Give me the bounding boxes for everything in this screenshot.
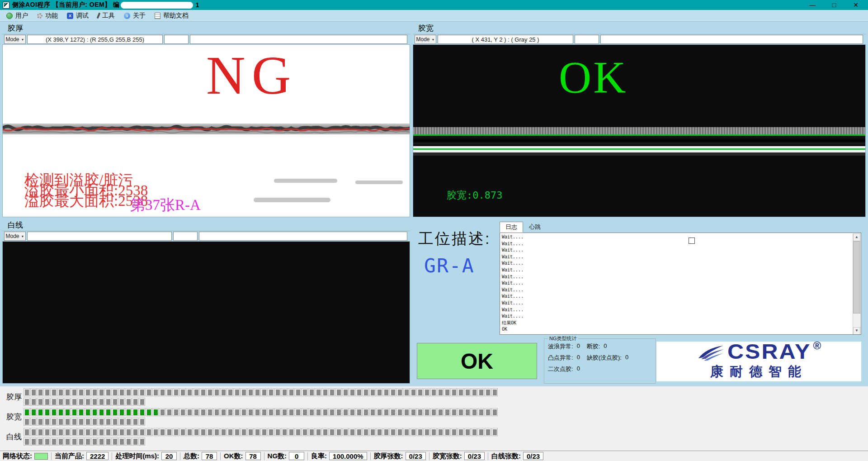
progress-cell xyxy=(71,428,77,436)
progress-cell xyxy=(44,388,50,396)
glue-edge-strip-image xyxy=(3,124,410,134)
menu-item-func[interactable]: 功能 xyxy=(34,10,64,21)
overall-result-button[interactable]: OK xyxy=(417,343,537,379)
progress-cell xyxy=(57,437,64,446)
log-list[interactable]: Wait....Wait....Wait....Wait....Wait....… xyxy=(500,233,861,335)
menu-item-user[interactable]: 用户 xyxy=(4,10,34,21)
glue-width-image[interactable]: OK 胶宽:0.873 xyxy=(413,44,866,217)
menu-item-debug[interactable]: X调试 xyxy=(64,10,95,21)
tools-icon xyxy=(97,13,101,19)
menu-item-tools[interactable]: 工具 xyxy=(95,10,121,21)
progress-cell xyxy=(315,428,321,436)
progress-cell xyxy=(335,428,342,436)
progress-cell xyxy=(179,408,186,416)
status-separator xyxy=(488,452,488,460)
menu-item-helpdoc[interactable]: 帮助文档 xyxy=(152,10,195,21)
log-checkbox[interactable] xyxy=(689,238,695,244)
defect-text-overlay: 检测到溢胶/脏污 溢胶最小面积:2538 溢胶最大面积:2538 xyxy=(24,175,148,206)
progress-cell xyxy=(390,428,396,436)
progress-cell xyxy=(132,428,138,436)
progress-cell xyxy=(213,408,220,416)
progress-cell xyxy=(57,418,64,426)
ng-stat-label: 缺胶(没点胶): xyxy=(587,354,622,362)
progress-cell xyxy=(179,428,186,436)
log-tab-心跳[interactable]: 心跳 xyxy=(523,222,547,233)
status-label: 总数: xyxy=(184,452,199,461)
progress-cell xyxy=(30,388,37,396)
progress-cell xyxy=(105,437,111,446)
progress-cell xyxy=(220,388,226,396)
progress-cell xyxy=(349,408,355,416)
progress-cell xyxy=(207,428,213,436)
status-label: 当前产品: xyxy=(55,452,84,461)
progress-cell xyxy=(247,428,254,436)
progress-cell xyxy=(193,388,199,396)
progress-cell xyxy=(173,388,179,396)
progress-cell-filled xyxy=(146,408,152,416)
progress-cell xyxy=(78,428,84,436)
progress-cell xyxy=(396,388,403,396)
progress-cell-filled xyxy=(132,408,138,416)
maximize-button[interactable]: □ xyxy=(830,1,838,9)
progress-cell xyxy=(78,398,84,406)
progress-cell xyxy=(51,428,57,436)
progress-cell xyxy=(24,437,30,446)
progress-cell xyxy=(152,388,159,396)
progress-cell xyxy=(132,437,138,446)
progress-cell xyxy=(234,408,240,416)
glue-band-texture xyxy=(413,127,865,134)
progress-cell-filled xyxy=(57,408,64,416)
progress-cell xyxy=(329,388,335,396)
glue-edge-trace-bottom xyxy=(413,148,865,150)
progress-cell xyxy=(356,388,362,396)
progress-cell xyxy=(410,428,416,436)
progress-cell xyxy=(451,388,457,396)
progress-cell xyxy=(451,408,457,416)
progress-cell-filled xyxy=(44,408,50,416)
glue-width-mode-dropdown[interactable]: Mode ▼ xyxy=(415,35,436,44)
close-button[interactable]: ✕ xyxy=(852,1,860,9)
mode-label: Mode xyxy=(416,36,430,43)
status-label: NG数: xyxy=(268,452,287,461)
progress-cell xyxy=(186,428,193,436)
progress-cell xyxy=(57,388,64,396)
progress-cell xyxy=(139,398,145,406)
log-scrollbar[interactable]: ▲ ▼ xyxy=(853,233,860,335)
progress-cell xyxy=(37,418,43,426)
status-label: 白线张数: xyxy=(491,452,521,461)
progress-cell xyxy=(125,398,132,406)
log-tab-日志[interactable]: 日志 xyxy=(500,222,523,233)
glue-thickness-image[interactable]: NG 检测到溢胶/脏污 溢胶最小面积:2538 溢胶最大面积:2538 第37张… xyxy=(2,44,410,217)
white-line-mode-dropdown[interactable]: Mode ▼ xyxy=(4,232,26,241)
progress-cell xyxy=(78,437,84,446)
progress-cell xyxy=(464,388,471,396)
progress-cell xyxy=(24,398,30,406)
minimize-button[interactable]: — xyxy=(808,1,816,9)
ng-stat-label: 波浪异常: xyxy=(548,342,573,351)
ng-stat-item: 波浪异常:0 xyxy=(548,342,582,351)
glue-thickness-mode-dropdown[interactable]: Mode ▼ xyxy=(4,35,26,44)
progress-cell xyxy=(274,408,281,416)
progress-cell xyxy=(424,388,430,396)
title-redaction xyxy=(121,2,193,9)
progress-cell xyxy=(234,388,240,396)
progress-cell xyxy=(403,428,410,436)
progress-cell xyxy=(37,398,43,406)
scroll-down-icon[interactable]: ▼ xyxy=(853,327,860,335)
progress-cell xyxy=(302,428,308,436)
progress-cell xyxy=(112,388,118,396)
white-line-image[interactable] xyxy=(2,241,410,384)
scrollbar-thumb[interactable] xyxy=(853,241,860,314)
progress-cell xyxy=(146,428,152,436)
progress-rows xyxy=(24,388,498,406)
progress-cell xyxy=(139,428,145,436)
progress-cell-filled xyxy=(37,408,43,416)
status-item: OK数:78 xyxy=(224,452,261,461)
scroll-up-icon[interactable]: ▲ xyxy=(853,233,860,241)
ng-stat-item: 断胶:0 xyxy=(587,342,631,351)
menu-item-about[interactable]: i关于 xyxy=(121,10,152,21)
progress-cell xyxy=(112,428,118,436)
status-value: 0/23 xyxy=(464,452,485,460)
progress-cell xyxy=(261,428,267,436)
window-title-suffix: 1 xyxy=(196,1,199,9)
